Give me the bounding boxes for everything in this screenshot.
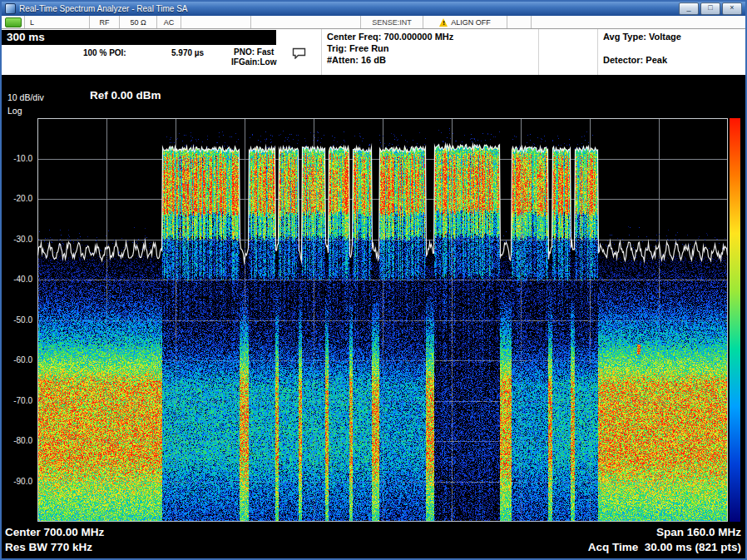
detector-label: Detector: Peak	[603, 55, 667, 65]
measurement-bar: 300 ms 100 % POI: 5.970 µs PNO: Fast IFG…	[2, 29, 745, 75]
density-colorbar	[730, 118, 740, 522]
acq-time-annotation: Acq Time 30.00 ms (821 pts)	[588, 541, 741, 553]
poi-value: 5.970 µs	[171, 48, 204, 57]
acq-indicator: 300 ms	[2, 30, 276, 45]
input-active-icon	[5, 17, 22, 27]
status-spacer	[532, 16, 745, 28]
coupling-label: AC	[157, 16, 181, 28]
status-spacer	[181, 16, 251, 28]
ref-level-label: Ref 0.00 dBm	[90, 89, 161, 102]
window-title: Real-Time Spectrum Analyzer - Real Time …	[19, 2, 187, 16]
y-axis-label: -10.0	[13, 154, 32, 163]
avg-type-label: Avg Type: Voltage	[603, 32, 681, 42]
log-scale-label: Log	[7, 106, 22, 116]
y-axis-label: -60.0	[13, 355, 32, 364]
y-axis-label: -50.0	[13, 315, 32, 325]
rf-label: RF	[90, 16, 120, 28]
y-axis-labels: -10.0-20.0-30.0-40.0-50.0-60.0-70.0-80.0…	[2, 118, 34, 522]
input-status-cell	[2, 16, 25, 28]
atten-label: #Atten: 16 dB	[327, 55, 386, 65]
window-controls: _ □ ×	[679, 2, 742, 15]
rbw-annotation: Res BW 770 kHz	[5, 541, 92, 553]
close-button[interactable]: ×	[722, 2, 742, 15]
sense-label: SENSE:INT	[361, 16, 423, 28]
align-off-label: ALIGN OFF	[451, 18, 491, 27]
center-freq-annotation: Center 700.00 MHz	[5, 526, 104, 538]
ifgain-label: IFGain:Low	[231, 57, 276, 67]
poi-label: 100 % POI:	[83, 48, 126, 57]
column-separator	[321, 29, 322, 75]
scale-label: 10 dB/div	[7, 92, 44, 102]
spectrum-canvas[interactable]	[37, 118, 728, 522]
trigger-label: Trig: Free Run	[327, 43, 389, 53]
maximize-button[interactable]: □	[700, 2, 720, 15]
y-axis-label: -40.0	[13, 275, 32, 284]
column-separator	[538, 29, 539, 75]
app-icon	[5, 3, 16, 14]
status-spacer	[251, 16, 361, 28]
pno-label: PNO: Fast	[234, 47, 274, 57]
impedance-label: 50 Ω	[120, 16, 157, 28]
status-spacer	[507, 16, 532, 28]
spectrum-display: 10 dB/div Ref 0.00 dBm Log -10.0-20.0-30…	[2, 75, 745, 558]
span-annotation: Span 160.0 MHz	[656, 526, 741, 538]
y-axis-label: -30.0	[13, 235, 32, 244]
app-window: Real-Time Spectrum Analyzer - Real Time …	[0, 0, 747, 560]
column-separator	[597, 29, 598, 75]
title-bar[interactable]: Real-Time Spectrum Analyzer - Real Time …	[2, 2, 745, 16]
y-axis-label: -90.0	[13, 477, 32, 486]
align-status-cell: ALIGN OFF	[423, 16, 507, 28]
y-axis-label: -70.0	[13, 396, 32, 405]
y-axis-label: -80.0	[13, 436, 32, 445]
minimize-button[interactable]: _	[679, 2, 699, 15]
warning-icon	[439, 18, 448, 27]
message-bubble-icon	[292, 47, 307, 59]
status-bar: L RF 50 Ω AC SENSE:INT ALIGN OFF	[2, 16, 745, 29]
input-path-label: L	[25, 16, 90, 28]
y-axis-label: -20.0	[13, 194, 32, 203]
center-freq-label: Center Freq: 700.000000 MHz	[327, 32, 453, 42]
